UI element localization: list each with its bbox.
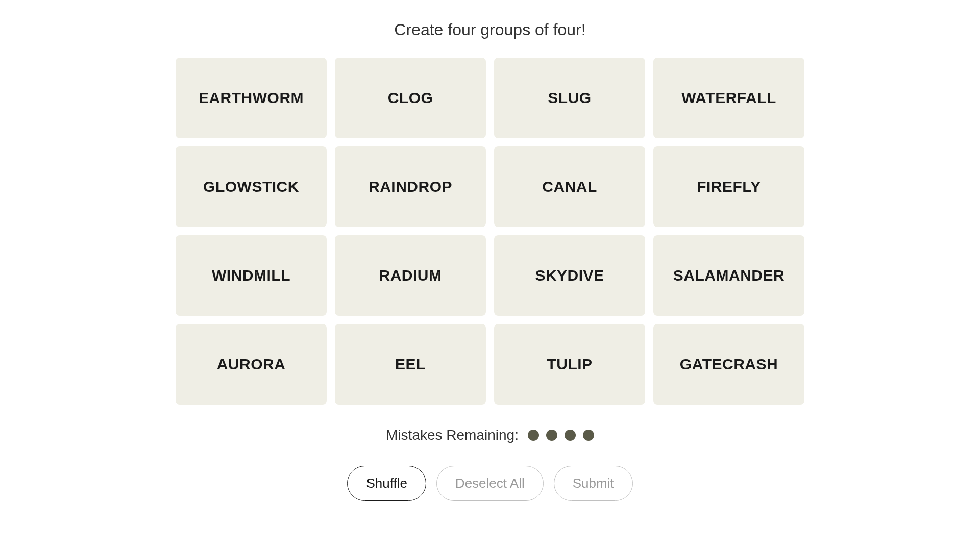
mistakes-label: Mistakes Remaining:: [386, 427, 519, 443]
tile[interactable]: GLOWSTICK: [176, 146, 327, 227]
tile[interactable]: AURORA: [176, 324, 327, 405]
tile[interactable]: TULIP: [494, 324, 645, 405]
instruction-text: Create four groups of four!: [394, 20, 585, 39]
mistakes-row: Mistakes Remaining:: [386, 427, 594, 443]
tile[interactable]: CANAL: [494, 146, 645, 227]
tile[interactable]: SKYDIVE: [494, 235, 645, 316]
mistakes-dots: [528, 430, 594, 441]
tile[interactable]: WINDMILL: [176, 235, 327, 316]
shuffle-button[interactable]: Shuffle: [347, 466, 426, 501]
tile[interactable]: WATERFALL: [653, 58, 804, 138]
buttons-row: Shuffle Deselect All Submit: [347, 466, 632, 501]
tile[interactable]: RAINDROP: [335, 146, 486, 227]
deselect-all-button[interactable]: Deselect All: [436, 466, 544, 501]
mistake-dot-icon: [583, 430, 594, 441]
tile[interactable]: CLOG: [335, 58, 486, 138]
mistake-dot-icon: [546, 430, 557, 441]
tile[interactable]: EEL: [335, 324, 486, 405]
tile[interactable]: EARTHWORM: [176, 58, 327, 138]
tile[interactable]: SLUG: [494, 58, 645, 138]
mistake-dot-icon: [528, 430, 539, 441]
tile[interactable]: RADIUM: [335, 235, 486, 316]
tile[interactable]: FIREFLY: [653, 146, 804, 227]
tile-grid: EARTHWORM CLOG SLUG WATERFALL GLOWSTICK …: [176, 58, 804, 405]
mistake-dot-icon: [565, 430, 576, 441]
tile[interactable]: SALAMANDER: [653, 235, 804, 316]
submit-button[interactable]: Submit: [554, 466, 633, 501]
tile[interactable]: GATECRASH: [653, 324, 804, 405]
